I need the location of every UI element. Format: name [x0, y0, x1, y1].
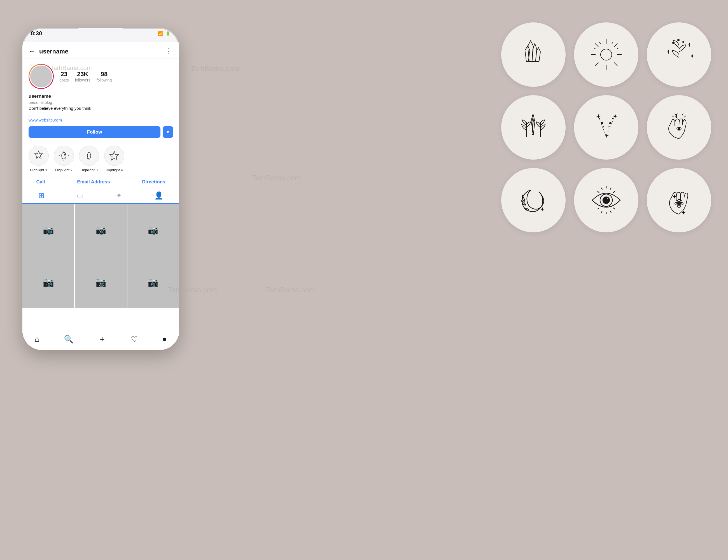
bio-text-line2: .	[29, 112, 173, 116]
highlight-crystal-circle	[501, 22, 566, 87]
grid-tab-tagged[interactable]: ✦	[116, 191, 122, 200]
action-buttons: Follow ▾	[29, 126, 173, 138]
status-time: 8:30	[31, 30, 42, 37]
highlight-sun-circle	[574, 22, 638, 87]
posts-stat: 23 posts	[59, 71, 69, 82]
following-label: following	[97, 78, 112, 82]
photo-cell-3[interactable]: 📷	[127, 204, 179, 256]
bio-website[interactable]: www.website.com	[29, 118, 173, 122]
svg-point-1	[64, 154, 66, 155]
highlight-hamsa-moon-circle	[647, 95, 711, 160]
highlight-label-4: Highlight 4	[106, 168, 123, 172]
highlight-item-1[interactable]: Highlight 1	[29, 146, 49, 172]
svg-point-39	[612, 118, 613, 119]
svg-line-17	[595, 43, 598, 47]
follow-button[interactable]: Follow	[29, 126, 160, 138]
highlight-hamsa-flower-circle	[647, 168, 711, 232]
svg-line-23	[617, 48, 619, 49]
grid-tab-reels[interactable]: ▭	[77, 191, 84, 200]
followers-stat: 23K followers	[75, 71, 90, 82]
profile-section: 23 posts 23K followers 98 following	[22, 59, 179, 146]
svg-point-67	[678, 202, 680, 205]
photo-cell-4[interactable]: 📷	[22, 256, 74, 308]
highlight-item-3[interactable]: Highlight 3	[79, 146, 99, 172]
svg-line-59	[613, 208, 615, 209]
follow-dropdown-button[interactable]: ▾	[163, 126, 173, 138]
bio-name: username	[29, 94, 173, 99]
nav-home-icon[interactable]: ⌂	[35, 335, 39, 344]
svg-point-37	[603, 126, 604, 127]
svg-line-58	[598, 208, 599, 209]
svg-point-62	[678, 205, 680, 208]
svg-point-27	[673, 42, 674, 44]
contact-tabs: Call | Email Address | Directions	[22, 176, 179, 188]
highlights-row: Highlight 1 Highlight 2	[22, 146, 179, 176]
nav-search-icon[interactable]: 🔍	[64, 335, 74, 344]
svg-marker-7	[110, 151, 119, 160]
more-options-icon[interactable]: ⋮	[165, 47, 173, 56]
status-bar: 8:30 📶 🔋	[22, 30, 179, 37]
grid-tab-people[interactable]: 👤	[154, 191, 163, 200]
avatar	[29, 64, 54, 89]
svg-line-51	[601, 188, 602, 190]
nav-add-icon[interactable]: ＋	[98, 334, 106, 344]
battery-icon: 🔋	[165, 31, 171, 36]
directions-tab[interactable]: Directions	[142, 179, 165, 185]
svg-line-56	[601, 211, 602, 213]
svg-line-44	[682, 113, 683, 115]
instagram-screen: ← username ⋮ 23 posts	[22, 42, 179, 350]
highlight-circle-1	[29, 146, 49, 166]
grid-tabs: ⊞ ▭ ✦ 👤	[22, 188, 179, 204]
highlight-crystal-plants-circle	[501, 95, 566, 160]
bio-section: username personal blog Don't believe eve…	[29, 94, 173, 122]
ig-header-left: ← username	[29, 47, 68, 56]
bio-text-line1: Don't believe everything you think	[29, 106, 173, 111]
photo-cell-6[interactable]: 📷	[127, 256, 179, 308]
highlight-label-3: Highlight 3	[80, 168, 97, 172]
watermark-bottom-right: TarhBama.com	[266, 286, 315, 294]
svg-point-36	[599, 118, 600, 119]
svg-point-0	[62, 152, 66, 159]
svg-line-53	[598, 191, 599, 193]
header-username: username	[39, 48, 68, 55]
photo-cell-5[interactable]: 📷	[75, 256, 127, 308]
nav-profile-icon[interactable]: ●	[162, 335, 167, 344]
photo-grid: 📷 📷 📷 📷 📷 📷	[22, 204, 179, 308]
highlight-circle-3	[79, 146, 99, 166]
highlights-showcase	[501, 22, 711, 232]
grid-tab-posts[interactable]: ⊞	[38, 191, 45, 200]
email-tab[interactable]: Email Address	[77, 179, 110, 185]
photo-cell-2[interactable]: 📷	[75, 204, 127, 256]
highlight-item-2[interactable]: Highlight 2	[54, 146, 74, 172]
bottom-nav: ⌂ 🔍 ＋ ♡ ●	[22, 330, 179, 350]
following-count: 98	[101, 71, 108, 78]
svg-point-49	[607, 198, 608, 200]
call-tab[interactable]: Call	[36, 179, 45, 185]
svg-line-22	[612, 42, 613, 44]
ig-header: ← username ⋮	[22, 42, 179, 59]
svg-point-41	[678, 128, 680, 130]
highlight-item-4[interactable]: Highlight 4	[104, 146, 124, 172]
nav-heart-icon[interactable]: ♡	[131, 335, 138, 344]
highlight-botanical-circle	[647, 22, 711, 87]
svg-line-46	[684, 116, 686, 117]
photo-cell-1[interactable]: 📷	[22, 204, 74, 256]
svg-line-19	[614, 43, 617, 47]
highlight-label-1: Highlight 1	[30, 168, 47, 172]
svg-point-35	[609, 122, 612, 124]
svg-line-24	[599, 42, 601, 44]
highlight-circle-2	[54, 146, 74, 166]
wifi-icon: 📶	[158, 31, 164, 36]
highlight-circle-4	[104, 146, 124, 166]
svg-line-57	[610, 211, 611, 213]
svg-line-52	[610, 188, 611, 190]
watermark-mid-right: TarhBama.com	[252, 174, 301, 182]
followers-label: followers	[75, 78, 90, 82]
highlight-evil-eye-circle	[574, 168, 638, 232]
highlight-label-2: Highlight 2	[55, 168, 72, 172]
phone-mockup: 8:30 📶 🔋 ← username ⋮	[22, 28, 179, 532]
back-icon[interactable]: ←	[29, 47, 36, 56]
svg-line-45	[672, 116, 674, 117]
svg-line-43	[675, 113, 676, 115]
svg-line-20	[595, 62, 598, 66]
